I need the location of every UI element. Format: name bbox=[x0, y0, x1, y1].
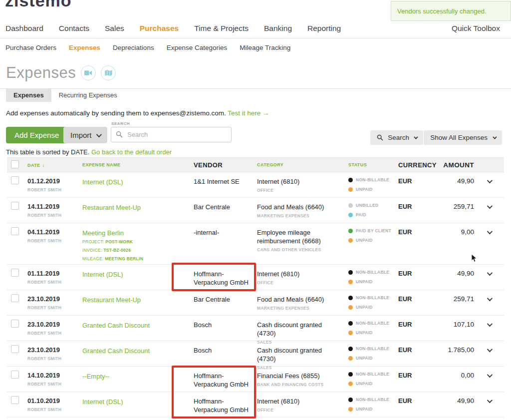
row-checkbox[interactable] bbox=[11, 345, 19, 353]
expense-category: Internet (6810) bbox=[257, 397, 341, 406]
expense-currency: EUR bbox=[398, 223, 437, 264]
expense-name-link[interactable]: --Empty-- bbox=[82, 373, 109, 381]
expenses-page: zistemo Vendors successfully changed. Da… bbox=[0, 0, 511, 420]
row-expand-chevron[interactable] bbox=[487, 296, 493, 301]
expense-category: Internet (6810) bbox=[257, 270, 341, 278]
row-checkbox[interactable] bbox=[11, 176, 19, 184]
subnav-purchase-orders[interactable]: Purchase Orders bbox=[5, 44, 56, 51]
expense-amount: 0,00 bbox=[437, 367, 474, 392]
expense-vendor: -internal- bbox=[194, 223, 257, 264]
status-dot-icon bbox=[348, 229, 353, 233]
add-expense-button[interactable]: Add Expense bbox=[6, 127, 67, 143]
chevron-down-icon bbox=[493, 135, 497, 139]
row-checkbox[interactable] bbox=[11, 294, 19, 302]
expense-statuses: NON-BILLABLEUNPAID bbox=[348, 172, 398, 197]
status-dot-icon bbox=[348, 187, 353, 192]
row-checkbox[interactable] bbox=[11, 227, 19, 235]
expense-name-link[interactable]: Granted Cash Discount bbox=[82, 322, 150, 330]
expense-category-sub: OFFICE bbox=[257, 188, 341, 193]
expense-statuses: NON-BILLABLEUNPAID bbox=[348, 367, 398, 392]
expense-amount: 49,90 bbox=[437, 172, 474, 197]
subnav-depreciations[interactable]: Depreciations bbox=[113, 44, 154, 51]
nav-quick-toolbox[interactable]: Quick Toolbox bbox=[452, 24, 500, 33]
nav-sales[interactable]: Sales bbox=[105, 24, 124, 33]
row-checkbox[interactable] bbox=[11, 202, 19, 210]
row-expand-chevron[interactable] bbox=[487, 372, 493, 378]
sort-note-text: This table is sorted by DATE. bbox=[6, 148, 89, 156]
expense-amount: 49,90 bbox=[437, 392, 474, 417]
expense-name-link[interactable]: Internet (DSL) bbox=[82, 398, 123, 406]
expense-name-link[interactable]: Restaurant Meet-Up bbox=[82, 204, 141, 212]
expense-statuses: NON-BILLABLEUNPAID bbox=[348, 316, 398, 341]
tab-recurring-expenses[interactable]: Recurring Expenses bbox=[51, 89, 125, 102]
show-all-expenses-label: Show All Expenses bbox=[430, 134, 488, 141]
expense-statuses: NON-BILLABLEUNPAID bbox=[348, 290, 398, 315]
expense-vendor: Bosch bbox=[194, 341, 257, 366]
expense-statuses: NON-BILLABLEUNPAID bbox=[348, 265, 398, 290]
expense-vendor: Bar Centrale bbox=[194, 290, 257, 315]
status-dot-icon bbox=[348, 178, 353, 182]
nav-banking[interactable]: Banking bbox=[264, 24, 292, 33]
select-all-checkbox[interactable] bbox=[11, 160, 19, 168]
expense-name-link[interactable]: Internet (DSL) bbox=[82, 271, 123, 279]
subnav-mileage-tracking[interactable]: Mileage Tracking bbox=[240, 44, 290, 51]
expense-name-link[interactable]: Internet (DSL) bbox=[82, 178, 123, 186]
header-amount[interactable]: AMOUNT bbox=[437, 161, 474, 169]
header-vendor[interactable]: VENDOR bbox=[194, 161, 257, 169]
expense-name-link[interactable]: Restaurant Meet-Up bbox=[82, 296, 141, 304]
row-checkbox[interactable] bbox=[11, 269, 19, 277]
chevron-down-icon bbox=[414, 135, 418, 139]
header-date[interactable]: DATE↓ bbox=[27, 162, 82, 168]
import-button[interactable]: Import bbox=[63, 127, 107, 143]
expense-statuses: PAID BY CLIENTUNPAID bbox=[348, 223, 398, 264]
row-expand-chevron[interactable] bbox=[487, 270, 493, 276]
status-dot-icon bbox=[348, 356, 353, 361]
table-row: 01.10.2019 ROBERT SMITH Internet (DSL) H… bbox=[7, 392, 504, 418]
expense-currency: EUR bbox=[398, 198, 437, 223]
subnav-expenses[interactable]: Expenses bbox=[69, 44, 100, 51]
nav-time-projects[interactable]: Time & Projects bbox=[194, 24, 249, 33]
row-expand-chevron[interactable] bbox=[487, 203, 493, 209]
row-expand-chevron[interactable] bbox=[487, 178, 493, 183]
expense-user: ROBERT SMITH bbox=[27, 238, 82, 243]
expense-statuses: NON-BILLABLEUNPAID bbox=[348, 392, 398, 417]
tab-expenses[interactable]: Expenses bbox=[6, 89, 51, 102]
header-status[interactable]: STATUS bbox=[348, 162, 398, 167]
header-category[interactable]: CATEGORY bbox=[257, 162, 348, 167]
search-dropdown-button[interactable]: Search bbox=[370, 130, 423, 145]
expense-amount: 1.785,00 bbox=[437, 341, 474, 366]
guide-map-icon[interactable] bbox=[101, 65, 116, 80]
table-row: 14.11.2019 ROBERT SMITH Restaurant Meet-… bbox=[7, 198, 504, 223]
expense-amount: 49,90 bbox=[437, 265, 474, 290]
row-checkbox[interactable] bbox=[11, 396, 19, 404]
subnav-expense-categories[interactable]: Expense Categories bbox=[167, 44, 228, 51]
show-all-expenses-button[interactable]: Show All Expenses bbox=[424, 130, 502, 145]
expense-date: 01.12.2019 bbox=[27, 177, 82, 185]
search-input[interactable] bbox=[111, 127, 232, 142]
row-expand-chevron[interactable] bbox=[487, 229, 493, 234]
expense-category: Cash discount granted (4730) bbox=[257, 321, 341, 338]
nav-dashboard[interactable]: Dashboard bbox=[5, 24, 43, 33]
status-badge: NON-BILLABLE bbox=[348, 321, 398, 326]
row-expand-chevron[interactable] bbox=[487, 347, 493, 352]
search-icon bbox=[116, 131, 123, 138]
nav-contacts[interactable]: Contacts bbox=[59, 24, 89, 33]
header-currency[interactable]: CURRENCY bbox=[398, 161, 437, 169]
header-expense-name[interactable]: EXPENSE NAME bbox=[82, 162, 194, 167]
default-order-link[interactable]: Go back to the default order bbox=[91, 148, 172, 156]
test-it-here-link[interactable]: Test it here → bbox=[228, 109, 269, 117]
main-nav: Dashboard Contacts Sales Purchases Time … bbox=[0, 22, 511, 38]
status-dot-icon bbox=[348, 407, 353, 412]
nav-reporting[interactable]: Reporting bbox=[307, 24, 341, 33]
video-tutorial-icon[interactable] bbox=[81, 65, 96, 80]
expense-currency: EUR bbox=[398, 172, 437, 197]
expense-date: 14.10.2019 bbox=[27, 372, 82, 380]
row-expand-chevron[interactable] bbox=[487, 398, 493, 403]
row-expand-chevron[interactable] bbox=[487, 321, 493, 327]
expense-name-link[interactable]: Meeting Berlin bbox=[82, 229, 124, 237]
nav-purchases[interactable]: Purchases bbox=[140, 24, 179, 33]
expense-vendor: Bosch bbox=[194, 316, 257, 341]
row-checkbox[interactable] bbox=[11, 320, 19, 328]
expense-name-link[interactable]: Granted Cash Discount bbox=[82, 347, 150, 355]
row-checkbox[interactable] bbox=[11, 371, 19, 379]
